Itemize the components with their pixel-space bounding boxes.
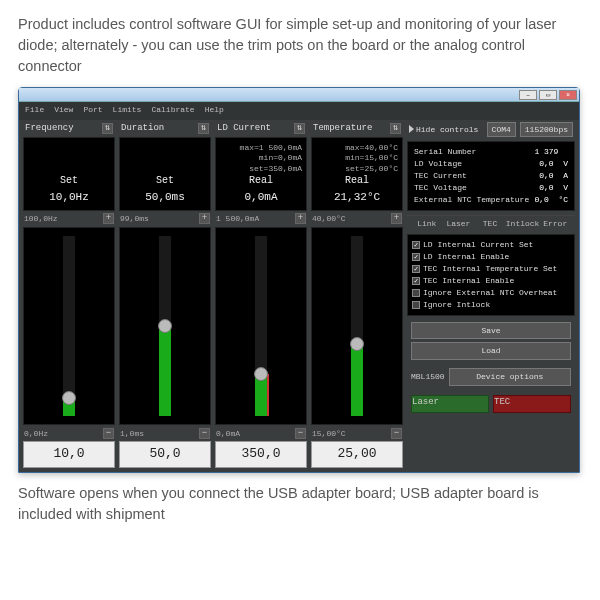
info-row: TEC Voltage0,0 V: [414, 182, 568, 194]
range-min: 1,0ms: [120, 428, 144, 440]
flag-label: LD Internal Enable: [423, 251, 509, 263]
channel-input[interactable]: 10,0: [23, 441, 115, 468]
port-selector[interactable]: COM4: [487, 122, 516, 138]
channel-stepper[interactable]: ⇅: [102, 123, 113, 134]
status-tabs: LinkLaserTECIntlockError: [407, 215, 575, 230]
channel-display: Set 10,0Hz: [23, 137, 115, 211]
plus-button[interactable]: +: [295, 213, 306, 224]
device-options-button[interactable]: Device options: [449, 368, 571, 386]
status-tab-link[interactable]: Link: [411, 218, 443, 230]
minus-button[interactable]: −: [199, 428, 210, 439]
load-button[interactable]: Load: [411, 342, 571, 360]
minus-button[interactable]: −: [295, 428, 306, 439]
channel-display: Set 50,0ms: [119, 137, 211, 211]
checkbox-icon[interactable]: [412, 241, 420, 249]
channel-input[interactable]: 350,0: [215, 441, 307, 468]
minus-button[interactable]: −: [391, 428, 402, 439]
menu-view[interactable]: View: [54, 104, 73, 116]
tec-toggle-button[interactable]: TEC: [493, 395, 571, 413]
channel-input[interactable]: 50,0: [119, 441, 211, 468]
info-row: External NTC Temperature0,0 °C: [414, 194, 568, 206]
status-tab-error[interactable]: Error: [539, 218, 571, 230]
range-max: 1 500,0mA: [216, 213, 259, 225]
flag-label: Ignore External NTC Overheat: [423, 287, 557, 299]
flag-label: TEC Internal Temperature Set: [423, 263, 557, 275]
hide-controls-toggle[interactable]: Hide controls: [409, 124, 483, 136]
laser-toggle-button[interactable]: Laser: [411, 395, 489, 413]
flag-row[interactable]: Ignore Intlock: [412, 299, 570, 311]
maximize-button[interactable]: ▭: [539, 90, 557, 100]
channel-duration: Duration ⇅ Set 50,0ms 99,0ms + 1,0ms − 5…: [119, 122, 211, 468]
menu-port[interactable]: Port: [83, 104, 102, 116]
channel-title: Frequency: [25, 122, 74, 135]
description-top: Product includes control software GUI fo…: [18, 14, 582, 77]
window-titlebar: – ▭ ×: [19, 88, 579, 102]
flag-label: TEC Internal Enable: [423, 275, 514, 287]
range-max: 100,0Hz: [24, 213, 58, 225]
channel-slider[interactable]: [119, 227, 211, 424]
description-bottom: Software opens when you connect the USB …: [18, 483, 582, 525]
flag-row[interactable]: TEC Internal Enable: [412, 275, 570, 287]
channel-ld current: LD Current ⇅ max=1 500,0mAmin=0,0mAset=3…: [215, 122, 307, 468]
app-window: – ▭ × File View Port Limits Calibrate He…: [18, 87, 580, 473]
range-min: 0,0mA: [216, 428, 240, 440]
menubar: File View Port Limits Calibrate Help: [19, 102, 579, 120]
checkbox-icon[interactable]: [412, 277, 420, 285]
channel-slider[interactable]: [23, 227, 115, 424]
device-name-label: MBL1500: [411, 371, 445, 383]
menu-help[interactable]: Help: [205, 104, 224, 116]
flag-label: Ignore Intlock: [423, 299, 490, 311]
menu-file[interactable]: File: [25, 104, 44, 116]
save-button[interactable]: Save: [411, 322, 571, 340]
status-tab-laser[interactable]: Laser: [443, 218, 475, 230]
info-panel: Serial Number1 379 LD Voltage0,0 VTEC Cu…: [407, 141, 575, 211]
channel-title: LD Current: [217, 122, 271, 135]
range-min: 0,0Hz: [24, 428, 48, 440]
flag-row[interactable]: LD Internal Enable: [412, 251, 570, 263]
channel-title: Temperature: [313, 122, 372, 135]
close-button[interactable]: ×: [559, 90, 577, 100]
info-row: Serial Number1 379: [414, 146, 568, 158]
range-min: 15,00°C: [312, 428, 346, 440]
baud-selector[interactable]: 115200bps: [520, 122, 573, 138]
plus-button[interactable]: +: [199, 213, 210, 224]
channel-stepper[interactable]: ⇅: [294, 123, 305, 134]
plus-button[interactable]: +: [391, 213, 402, 224]
flag-row[interactable]: TEC Internal Temperature Set: [412, 263, 570, 275]
info-row: LD Voltage0,0 V: [414, 158, 568, 170]
channel-slider[interactable]: [311, 227, 403, 424]
channel-input[interactable]: 25,00: [311, 441, 403, 468]
minus-button[interactable]: −: [103, 428, 114, 439]
minimize-button[interactable]: –: [519, 90, 537, 100]
triangle-icon: [409, 125, 414, 133]
range-max: 40,00°C: [312, 213, 346, 225]
status-tab-tec[interactable]: TEC: [474, 218, 506, 230]
menu-calibrate[interactable]: Calibrate: [151, 104, 194, 116]
flags-panel: LD Internal Current Set LD Internal Enab…: [407, 234, 575, 316]
menu-limits[interactable]: Limits: [113, 104, 142, 116]
channel-stepper[interactable]: ⇅: [198, 123, 209, 134]
status-tab-intlock[interactable]: Intlock: [506, 218, 540, 230]
channel-stepper[interactable]: ⇅: [390, 123, 401, 134]
checkbox-icon[interactable]: [412, 253, 420, 261]
channel-title: Duration: [121, 122, 164, 135]
info-row: TEC Current0,0 A: [414, 170, 568, 182]
checkbox-icon[interactable]: [412, 289, 420, 297]
channel-frequency: Frequency ⇅ Set 10,0Hz 100,0Hz + 0,0Hz −…: [23, 122, 115, 468]
flag-row[interactable]: LD Internal Current Set: [412, 239, 570, 251]
flag-label: LD Internal Current Set: [423, 239, 533, 251]
checkbox-icon[interactable]: [412, 265, 420, 273]
flag-row[interactable]: Ignore External NTC Overheat: [412, 287, 570, 299]
plus-button[interactable]: +: [103, 213, 114, 224]
hide-controls-label: Hide controls: [416, 124, 478, 136]
checkbox-icon[interactable]: [412, 301, 420, 309]
channel-display: max=40,00°Cmin=15,00°Cset=25,00°C Real 2…: [311, 137, 403, 211]
channel-display: max=1 500,0mAmin=0,0mAset=350,0mA Real 0…: [215, 137, 307, 211]
channel-temperature: Temperature ⇅ max=40,00°Cmin=15,00°Cset=…: [311, 122, 403, 468]
channel-slider[interactable]: [215, 227, 307, 424]
range-max: 99,0ms: [120, 213, 149, 225]
